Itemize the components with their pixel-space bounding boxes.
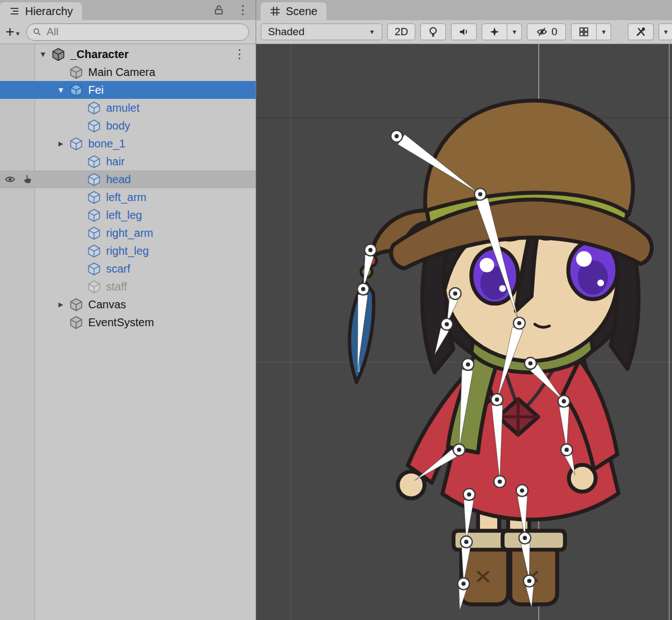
tree-item-left-arm[interactable]: left_arm <box>0 188 256 206</box>
gameobject-cube-icon <box>87 280 101 294</box>
row-visibility-controls <box>3 170 34 188</box>
hierarchy-tab-actions: ⋮ <box>213 0 249 20</box>
hierarchy-tabstrip: Hierarchy ⋮ <box>0 0 256 20</box>
scene-lighting-toggle[interactable] <box>420 23 446 40</box>
grid-visibility-button[interactable] <box>571 23 597 40</box>
search-input[interactable] <box>45 25 243 39</box>
tree-item-bone-1[interactable]: ► bone_1 <box>0 135 256 152</box>
tree-item-label: left_arm <box>106 191 146 204</box>
tab-hierarchy-label: Hierarchy <box>25 5 73 18</box>
gameobject-cube-icon <box>69 316 83 330</box>
foldout-open-icon[interactable]: ▼ <box>52 85 69 94</box>
tree-item-label: body <box>106 120 130 132</box>
scene-effects-dropdown[interactable]: ▼ <box>507 23 522 40</box>
overflow-dropdown[interactable]: ▼ <box>659 23 672 40</box>
gameobject-cube-icon <box>87 226 101 240</box>
light-bulb-icon <box>428 26 439 37</box>
tree-item-label: staff <box>106 280 127 293</box>
prefab-cube-icon <box>69 83 83 97</box>
grid-visibility-dropdown[interactable]: ▼ <box>597 23 611 40</box>
eye-off-icon <box>536 26 548 37</box>
gameobject-cube-icon <box>87 262 101 276</box>
tree-item-scarf[interactable]: scarf <box>0 260 256 278</box>
scene-effects-group: ▼ <box>482 23 522 40</box>
wrench-hammer-icon <box>635 26 646 37</box>
scene-audio-toggle[interactable] <box>451 23 477 40</box>
shading-mode-dropdown[interactable]: Shaded ▼ <box>261 23 382 40</box>
2d-label: 2D <box>395 26 408 38</box>
tree-item-right-leg[interactable]: right_leg <box>0 242 256 260</box>
2d-toggle-button[interactable]: 2D <box>387 23 415 40</box>
scene-panel: Scene Shaded ▼ 2D <box>256 0 672 620</box>
chevron-down-icon: ▼ <box>369 28 375 35</box>
lock-icon[interactable] <box>213 4 224 16</box>
gameobject-cube-icon <box>69 298 83 312</box>
editor-tools-button[interactable] <box>628 23 654 40</box>
tree-item-character[interactable]: ▼ _Character ⋮ <box>0 45 256 63</box>
gameobject-cube-icon <box>87 208 101 222</box>
shading-mode-label: Shaded <box>268 26 305 38</box>
tree-item-label: amulet <box>106 102 140 115</box>
chevron-down-icon: ▼ <box>601 28 607 35</box>
tree-item-staff[interactable]: staff <box>0 278 256 295</box>
gameobject-cube-icon <box>87 155 101 169</box>
hidden-objects-button[interactable]: 0 <box>527 23 566 40</box>
hierarchy-panel: Hierarchy ⋮ + ▾ <box>0 0 256 620</box>
scene-effects-toggle[interactable] <box>482 23 507 40</box>
create-object-button[interactable]: + ▾ <box>6 25 20 40</box>
tree-item-label: Main Camera <box>88 66 155 79</box>
pick-hand-icon[interactable] <box>22 174 34 185</box>
tree-item-eventsystem[interactable]: EventSystem <box>0 313 256 331</box>
gameobject-cube-icon <box>69 137 83 151</box>
gameobject-cube-icon <box>87 119 101 133</box>
tree-item-label: Canvas <box>88 298 126 311</box>
grid-icon <box>270 6 281 17</box>
tree-item-fei[interactable]: ▼ Fei <box>0 81 256 99</box>
tab-scene-label: Scene <box>286 5 318 18</box>
scene-viewport[interactable] <box>256 44 672 620</box>
tree-item-right-arm[interactable]: right_arm <box>0 224 256 242</box>
scene-canvas <box>256 44 672 620</box>
foldout-closed-icon[interactable]: ► <box>52 300 69 309</box>
chevron-down-icon: ▼ <box>663 28 669 35</box>
tree-item-canvas[interactable]: ► Canvas <box>0 295 256 313</box>
speaker-icon <box>458 26 469 37</box>
foldout-open-icon[interactable]: ▼ <box>35 50 51 59</box>
tree-item-label: scarf <box>106 263 130 275</box>
tree-item-label: hair <box>106 155 124 168</box>
plus-icon: + <box>6 25 15 40</box>
unity-editor-window: Hierarchy ⋮ + ▾ <box>0 0 672 620</box>
search-icon <box>32 27 42 37</box>
tab-scene[interactable]: Scene <box>261 2 327 20</box>
tree-item-left-leg[interactable]: left_leg <box>0 206 256 224</box>
scene-asset-icon <box>51 47 65 61</box>
grid-cells-icon <box>578 26 589 37</box>
tree-item-label: _Character <box>70 48 129 61</box>
tab-hierarchy[interactable]: Hierarchy <box>0 2 82 20</box>
eye-icon[interactable] <box>3 174 17 185</box>
hierarchy-search-box[interactable] <box>26 23 249 41</box>
hierarchy-list-icon <box>9 6 20 17</box>
tree-item-label: left_leg <box>106 209 142 222</box>
hierarchy-toolbar: + ▾ <box>0 20 256 44</box>
tree-item-head[interactable]: head <box>0 170 256 188</box>
tree-item-body[interactable]: body <box>0 117 256 135</box>
gameobject-cube-icon <box>87 101 101 115</box>
tree-item-label: EventSystem <box>88 316 154 329</box>
item-options-icon[interactable]: ⋮ <box>233 48 246 60</box>
tree-item-label: head <box>106 173 131 186</box>
tree-item-label: right_leg <box>106 245 149 257</box>
scene-toolbar: Shaded ▼ 2D <box>256 20 672 44</box>
foldout-closed-icon[interactable]: ► <box>52 139 69 148</box>
scene-tabstrip: Scene <box>256 0 672 20</box>
gameobject-cube-icon <box>87 244 101 258</box>
tree-item-amulet[interactable]: amulet <box>0 99 256 117</box>
tree-item-main-camera[interactable]: Main Camera <box>0 63 256 81</box>
tree-item-label: bone_1 <box>88 137 126 150</box>
tree-item-label: right_arm <box>106 227 153 240</box>
kebab-menu-icon[interactable]: ⋮ <box>237 4 249 16</box>
chevron-down-icon: ▾ <box>16 30 20 37</box>
chevron-down-icon: ▼ <box>511 28 517 35</box>
tree-item-hair[interactable]: hair <box>0 152 256 170</box>
effects-sparkle-icon <box>489 26 500 37</box>
